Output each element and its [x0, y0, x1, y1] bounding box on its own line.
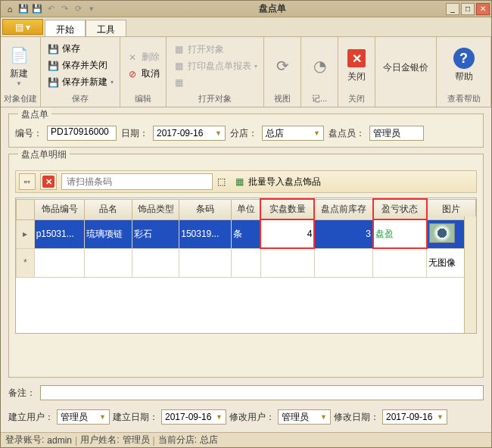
save-close-icon[interactable]: 💾 — [31, 3, 43, 15]
col-type[interactable]: 饰品类型 — [132, 199, 179, 219]
table-row[interactable]: ▸ p15031... 琉璃项链 彩石 150319... 条 4 3 盘盈 — [17, 219, 476, 248]
col-status[interactable]: 盈亏状态 — [373, 199, 427, 219]
no-input[interactable]: PD170916000 — [47, 126, 117, 141]
group-help-label: 查看帮助 — [440, 92, 487, 105]
view-button[interactable]: ⟳ — [267, 52, 297, 79]
grid-header-row: 饰品编号 品名 饰品类型 条码 单位 实盘数量 盘点前库存 盈亏状态 图片 — [17, 199, 476, 219]
status-account-label: 登录账号: — [5, 434, 44, 446]
barcode-input[interactable] — [61, 173, 213, 190]
save-new-button[interactable]: 💾保存并新建▾ — [44, 74, 117, 90]
header-legend: 盘点单 — [18, 108, 51, 121]
barcode-icon: ⬚ — [217, 176, 226, 187]
open-icon: ▦ — [173, 43, 185, 55]
maximize-button[interactable]: □ — [461, 3, 475, 15]
group-open-label: 打开对象 — [170, 92, 260, 105]
new-button[interactable]: 📄 新建 ▼ — [4, 42, 34, 90]
tab-tools[interactable]: 工具 — [86, 20, 126, 36]
dropdown-icon[interactable]: ▾ — [86, 3, 98, 15]
print-icon: ▦ — [173, 60, 185, 72]
status-branch-label: 当前分店: — [158, 434, 197, 446]
app-menu-button[interactable]: ▤ ▾ — [2, 19, 43, 35]
create-user-select[interactable]: 管理员▼ — [57, 409, 110, 425]
delete-x-icon: ✕ — [42, 176, 54, 188]
group-edit-label: 编辑 — [123, 92, 163, 105]
remark-input[interactable] — [40, 385, 484, 400]
new-row-indicator: * — [17, 248, 35, 277]
close-button[interactable]: ✕ — [476, 3, 490, 15]
mod-date-picker[interactable]: 2017-09-16▼ — [382, 409, 447, 425]
print-report-button[interactable]: ▦打印盘点单报表▾ — [170, 58, 260, 74]
save-icon[interactable]: 💾 — [17, 3, 30, 15]
save-button[interactable]: 💾保存 — [44, 41, 117, 57]
group-log-label: 记... — [304, 92, 335, 105]
chevron-down-icon: ▼ — [16, 80, 22, 87]
header-fieldset: 盘点单 编号： PD170916000 日期： 2017-09-16▼ 分店： … — [8, 114, 484, 148]
detail-toolbar: ▫▾ ✕ ⬚ ▦批量导入盘点饰品 — [15, 170, 477, 193]
close-x-icon: ✕ — [346, 48, 367, 69]
group-close-label: 关闭 — [341, 92, 372, 105]
today-price-button[interactable]: 今日金银价 — [378, 57, 433, 77]
app-window: ⌂ 💾 💾 ↶ ↷ ⟳ ▾ 盘点单 _ □ ✕ ▤ ▾ 开始 工具 📄 新建 ▼ — [0, 0, 492, 448]
delete-button[interactable]: ✕删除 — [123, 49, 163, 65]
import-icon: ▦ — [233, 176, 245, 188]
home-icon[interactable]: ⌂ — [4, 3, 16, 15]
meta-row: 建立用户： 管理员▼ 建立日期： 2017-09-16▼ 修改用户： 管理员▼ … — [8, 408, 484, 426]
vertical-scrollbar[interactable] — [464, 216, 476, 333]
row-indicator: ▸ — [17, 219, 35, 248]
status-account: admin — [47, 435, 72, 446]
chevron-down-icon: ▼ — [313, 129, 320, 137]
chevron-down-icon: ▼ — [215, 129, 222, 137]
detail-grid: 饰品编号 品名 饰品类型 条码 单位 实盘数量 盘点前库存 盈亏状态 图片 ▸ … — [15, 198, 477, 334]
help-button[interactable]: ?帮助 — [449, 45, 479, 86]
col-actual[interactable]: 实盘数量 — [260, 199, 314, 219]
statusbar: 登录账号: admin | 用户姓名: 管理员 | 当前分店: 总店 — [1, 432, 491, 447]
save-close-button[interactable]: 💾保存并关闭 — [44, 58, 117, 73]
undo-icon[interactable]: ↶ — [45, 3, 57, 15]
disk-icon: 💾 — [47, 43, 59, 55]
disk-new-icon: 💾 — [47, 76, 59, 89]
close-doc-button[interactable]: ✕关闭 — [341, 45, 372, 86]
bulk-import-button[interactable]: ▦批量导入盘点饰品 — [230, 174, 324, 190]
disk-close-icon: 💾 — [47, 60, 59, 72]
create-date-picker[interactable]: 2017-09-16▼ — [161, 409, 226, 425]
add-row-button[interactable]: ▫▾ — [19, 173, 36, 190]
col-name[interactable]: 品名 — [85, 199, 132, 219]
col-unit[interactable]: 单位 — [232, 199, 261, 219]
open-object-button[interactable]: ▦打开对象 — [170, 42, 260, 58]
date-label: 日期： — [121, 127, 148, 140]
open-extra-button[interactable]: ▦ — [170, 75, 260, 90]
help-icon: ? — [453, 48, 475, 69]
remark-label: 备注： — [8, 387, 36, 400]
table-row[interactable]: * 无图像 — [17, 248, 476, 277]
remark-row: 备注： — [8, 384, 484, 402]
group-create-label: 对象创建 — [4, 92, 37, 105]
no-label: 编号： — [15, 127, 42, 140]
branch-select[interactable]: 总店▼ — [262, 126, 324, 141]
cancel-button[interactable]: ⊘取消 — [123, 66, 163, 82]
minimize-button[interactable]: _ — [446, 3, 459, 15]
tab-start[interactable]: 开始 — [45, 20, 86, 36]
menubar: ▤ ▾ 开始 工具 — [1, 17, 491, 37]
ribbon: 📄 新建 ▼ 对象创建 💾保存 💾保存并关闭 💾保存并新建▾ 保存 ✕删除 ⊘取… — [1, 37, 491, 107]
refresh-icon[interactable]: ⟳ — [72, 3, 84, 15]
status-branch: 总店 — [200, 434, 218, 446]
detail-fieldset: 盘点单明细 ▫▾ ✕ ⬚ ▦批量导入盘点饰品 饰品编号 品名 饰品类型 条码 — [8, 154, 484, 378]
branch-label: 分店： — [230, 127, 257, 140]
col-before[interactable]: 盘点前库存 — [314, 199, 372, 219]
log-button[interactable]: ◔ — [304, 52, 335, 79]
delete-row-button[interactable]: ✕ — [40, 173, 57, 190]
delete-icon: ✕ — [126, 51, 139, 64]
log-icon: ◔ — [309, 55, 330, 76]
col-code[interactable]: 饰品编号 — [34, 199, 85, 219]
titlebar: ⌂ 💾 💾 ↶ ↷ ⟳ ▾ 盘点单 _ □ ✕ — [1, 1, 491, 17]
new-icon: 📄 — [8, 45, 30, 66]
group-view-label: 视图 — [267, 92, 297, 105]
mod-user-select[interactable]: 管理员▼ — [278, 409, 331, 425]
col-barcode[interactable]: 条码 — [179, 199, 232, 219]
doc-icon: ▦ — [173, 76, 185, 89]
date-picker[interactable]: 2017-09-16▼ — [153, 126, 226, 141]
thumb-image — [429, 223, 455, 243]
redo-icon[interactable]: ↷ — [58, 3, 70, 15]
status-user-label: 用户姓名: — [80, 434, 119, 446]
clerk-select[interactable]: 管理员 — [369, 126, 424, 141]
